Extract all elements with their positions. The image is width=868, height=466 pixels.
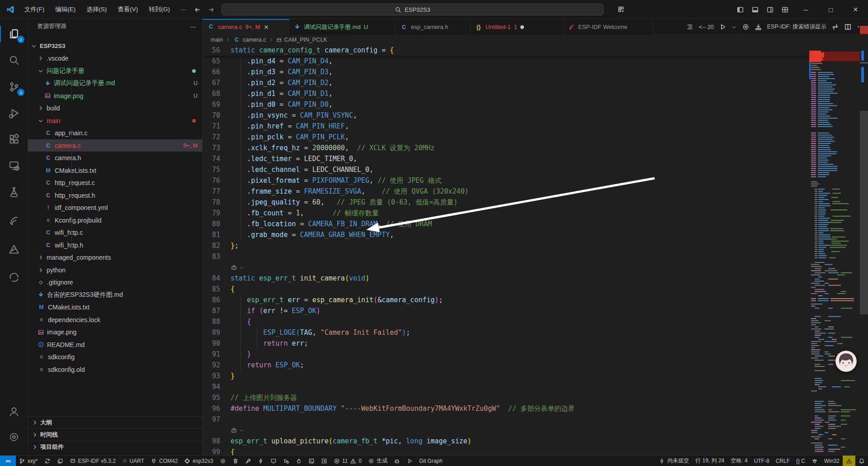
status-menuconfig[interactable]: [217, 456, 229, 466]
tree-item-CMakeLists.txt[interactable]: MCMakeLists.txt: [28, 164, 202, 176]
tree-item-.gitignore[interactable]: .gitignore: [28, 276, 202, 289]
scrollbar-thumb[interactable]: [860, 111, 868, 314]
listtree-button[interactable]: [686, 23, 694, 31]
inline-ai-suggestion[interactable]: [231, 425, 244, 436]
status-problems[interactable]: 110: [330, 456, 365, 466]
tree-item-app_main.c[interactable]: Capp_main.c: [28, 127, 202, 139]
status-flash-method[interactable]: ☆UART: [119, 456, 147, 466]
menu-item-编辑E[interactable]: 编辑(E): [50, 3, 81, 16]
activity-settings[interactable]: [0, 426, 28, 448]
section-大纲[interactable]: 大纲: [28, 416, 202, 428]
status-build-flash-monitor[interactable]: [292, 456, 305, 466]
section-项目组件[interactable]: 项目组件: [28, 441, 202, 453]
activity-run-debug[interactable]: [0, 102, 28, 124]
tree-item-build[interactable]: build: [28, 102, 202, 114]
toggle-sidebar-icon[interactable]: [736, 5, 744, 14]
status-idf-terminal[interactable]: [305, 456, 318, 466]
status-remote-indicator[interactable]: ><: [0, 456, 16, 466]
status-sync-changes[interactable]: [41, 456, 54, 466]
toggle-panel-icon[interactable]: [751, 5, 759, 14]
command-center-search[interactable]: ESP32S3: [222, 4, 604, 15]
activity-ai-assistant[interactable]: [0, 266, 28, 288]
status-build-task[interactable]: 生成: [365, 456, 391, 466]
menu-item-转到G[interactable]: 转到(G): [143, 3, 175, 16]
status-eol[interactable]: CRLF: [773, 456, 793, 466]
tree-item-http_request.h[interactable]: Chttp_request.h: [28, 189, 202, 201]
editor-scrollbar[interactable]: [860, 19, 868, 455]
status-debug[interactable]: [280, 456, 292, 466]
tree-item-python[interactable]: python: [28, 264, 202, 276]
status-git-graph[interactable]: Git Graph: [416, 456, 446, 466]
status-commit-status[interactable]: 尚未提交: [656, 456, 692, 466]
tree-item-wifi_http.h[interactable]: Cwifi_http.h: [28, 239, 202, 251]
status-extension-status[interactable]: [808, 456, 821, 466]
status-serial-port[interactable]: COM42: [147, 456, 181, 466]
status-indentation[interactable]: 空格: 4: [727, 456, 750, 466]
tree-item-合宙的ESP32S3硬件图.md[interactable]: 合宙的ESP32S3硬件图.md: [28, 289, 202, 301]
tab-close-icon[interactable]: [263, 23, 269, 30]
tab-esp_camera.h[interactable]: Cesp_camera.h: [396, 19, 470, 35]
code-editor[interactable]: 56static camera_config_t camera_config =…: [203, 45, 868, 455]
tree-item-sdkconfig.old[interactable]: ≡sdkconfig.old: [28, 363, 202, 376]
tree-item-Kconfig.projbuild[interactable]: ≡Kconfig.projbuild: [28, 214, 202, 226]
esp-idf-action-label[interactable]: ESP-IDF: 搜索错误提示: [767, 23, 826, 31]
activity-platform-tool[interactable]: [0, 238, 28, 260]
menu-item-···[interactable]: ···: [175, 3, 193, 16]
customize-layout-icon[interactable]: [781, 5, 789, 14]
status-git-branch[interactable]: xxy*: [16, 456, 41, 466]
toggle-secondary-sidebar-icon[interactable]: [766, 5, 774, 14]
diff-button[interactable]: [831, 23, 839, 31]
status-notifications[interactable]: [855, 456, 868, 466]
chevd-button[interactable]: [731, 24, 737, 30]
tree-item-image.png[interactable]: image.png: [28, 326, 202, 338]
tree-item-wifi_http.c[interactable]: Cwifi_http.c: [28, 227, 202, 239]
tree-item-dependencies.lock[interactable]: ≡dependencies.lock: [28, 314, 202, 326]
tree-item-sdkconfig[interactable]: ≡sdkconfig: [28, 351, 202, 363]
status-debug-icon[interactable]: [391, 456, 403, 466]
status-monitor-device[interactable]: [267, 456, 280, 466]
breadcrumb-item-camera.c[interactable]: camera.c: [243, 37, 266, 43]
split-button[interactable]: [844, 23, 852, 31]
breadcrumb-item-CAM_PIN_PCLK[interactable]: CAM_PIN_PCLK: [284, 37, 327, 43]
activity-explorer[interactable]: 2: [0, 23, 28, 45]
nav-forward-button[interactable]: [208, 5, 215, 14]
status-run-icon[interactable]: [403, 456, 416, 466]
gear-button[interactable]: [742, 23, 750, 31]
activity-extensions[interactable]: [0, 128, 28, 150]
tree-item-CMakeLists.txt[interactable]: MCMakeLists.txt: [28, 301, 202, 314]
window-maximize-button[interactable]: □: [818, 0, 843, 19]
nav-back-button[interactable]: [193, 5, 201, 14]
tree-item-managed_components[interactable]: managed_components: [28, 252, 202, 264]
tree-item-问题记录手册[interactable]: 问题记录手册: [28, 65, 202, 77]
inline-ai-suggestion[interactable]: [231, 262, 244, 273]
menu-item-选择S[interactable]: 选择(S): [81, 3, 112, 16]
tab-Untitled-1[interactable]: {}Untitled-11: [470, 19, 564, 35]
status-esp-idf-version[interactable]: ESP-IDF v5.3.2: [66, 456, 119, 466]
tree-item-camera.h[interactable]: Ccamera.h: [28, 152, 202, 164]
breadcrumb-item-main[interactable]: main: [211, 37, 223, 43]
tree-item-idf_component.yml[interactable]: !idf_component.yml: [28, 202, 202, 214]
play-button[interactable]: [719, 23, 726, 31]
status-build-project[interactable]: [242, 456, 255, 466]
tree-item-http_request.c[interactable]: Chttp_request.c: [28, 177, 202, 189]
sidebar-more-actions-icon[interactable]: [189, 23, 197, 31]
status-full-clean[interactable]: [229, 456, 242, 466]
tree-item-main[interactable]: main: [28, 114, 202, 127]
tree-item-image.png[interactable]: image.pngU: [28, 90, 202, 102]
tree-item-README.md[interactable]: README.md: [28, 338, 202, 351]
activity-espressif-idf[interactable]: [0, 209, 28, 231]
status-idf-warning[interactable]: [843, 456, 855, 466]
tree-item-.vscode[interactable]: .vscode: [28, 52, 202, 65]
window-minimize-button[interactable]: ─: [793, 0, 818, 19]
activity-accounts[interactable]: [0, 401, 28, 423]
activity-remote-explorer[interactable]: [0, 155, 28, 176]
status-device-target[interactable]: esp32s3: [181, 456, 216, 466]
status-cursor-position[interactable]: 行 19, 列 24: [692, 456, 727, 466]
minimap[interactable]: [809, 45, 860, 455]
tree-item-ESP32S3[interactable]: ESP32S3: [28, 40, 202, 52]
install-button[interactable]: [755, 23, 762, 31]
activity-testing[interactable]: [0, 181, 28, 203]
status-flash-device[interactable]: [255, 456, 267, 466]
status-esp-idf-docs[interactable]: [54, 456, 66, 466]
section-时间线[interactable]: 时间线: [28, 428, 202, 441]
